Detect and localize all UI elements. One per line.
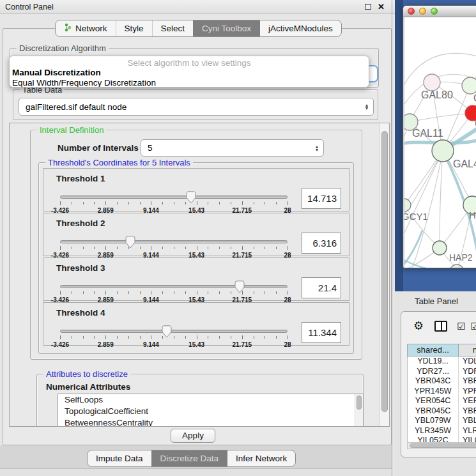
panel-vertical-scrollbar[interactable] [380,123,389,426]
tab-select[interactable]: Select [152,20,194,36]
slider-thumb[interactable] [186,191,196,204]
network-canvas[interactable]: GAL80GACGAL11GAL4GCY1HHAP2 [404,17,476,268]
table-row[interactable]: YBR045CYBR0 [408,406,476,417]
table-row[interactable]: YBL079WYBL0 [408,416,476,426]
tab-label: Cyni Toolbox [202,24,251,33]
slider-thumb[interactable] [162,325,172,338]
slider-tick [254,336,254,339]
threshold-label: Threshold 4 [56,308,105,318]
table-row[interactable]: YLR345WYLR3 [408,426,476,436]
minimize-traffic-light[interactable] [419,8,426,15]
slider-tick [219,202,220,204]
slider-tick-label: 28 [284,341,291,348]
slider-track[interactable] [60,285,288,288]
threshold-slider[interactable]: -3.4262.8599.14415.4321.71528 [60,240,288,256]
slider-tick [94,247,95,249]
slider-tick [197,201,197,205]
table-data-combobox[interactable]: galFiltered.sif default node ▲▼ [19,98,374,116]
panel-scrollbar-thumb[interactable] [381,131,388,412]
discretization-algorithm-label: Discretization Algorithm [17,43,109,53]
tab-style[interactable]: Style [116,20,152,36]
threshold-panel-1: Threshold 1-3.4262.8599.14415.4321.71528… [43,168,349,211]
threshold-value-input[interactable]: 21.4 [302,277,341,298]
table-cell: YPR145W [408,387,459,397]
network-node[interactable] [424,74,440,91]
table-column-header-shared[interactable]: shared... [408,344,459,356]
slider-tick [288,291,288,295]
algorithm-option-manual[interactable]: Manual Discretization [10,68,369,78]
control-panel-tabs: NetworkStyleSelectCyni ToolboxjActiveMNo… [55,20,342,37]
network-node[interactable] [404,199,411,211]
slider-tick-label: 2.859 [98,341,114,348]
attribute-list-item[interactable]: BetweennessCentrality [58,417,363,427]
close-icon[interactable]: ✕ [378,3,385,11]
cyni-toolbox-panel: Discretization Algorithm Select algorith… [3,28,392,445]
tab-infer-network[interactable]: Infer Network [227,450,295,466]
table-row[interactable]: YIL052CYIL0 [408,436,476,442]
bottom-mode-tabs: Impute DataDiscretize DataInfer Network [87,450,296,467]
algorithm-option-equal-width[interactable]: Equal Width/Frequency Discretization [10,78,369,88]
attribute-list-item[interactable]: TopologicalCoefficient [58,406,363,417]
slider-tick [117,336,118,339]
threshold-slider[interactable]: -3.4262.8599.14415.4321.71528 [60,330,288,345]
threshold-panel-3: Threshold 3-3.4262.8599.14415.4321.71528… [43,257,349,301]
close-traffic-light[interactable] [408,8,415,15]
tab-jactivemnodules[interactable]: jActiveMNodules [259,20,341,36]
number-of-intervals-combobox[interactable]: 5 ▲▼ [141,139,324,157]
network-node[interactable] [432,140,454,162]
slider-tick [83,202,84,204]
tab-cyni-toolbox[interactable]: Cyni Toolbox [193,20,259,36]
columns-icon[interactable] [434,321,447,332]
table-row[interactable]: YER054CYER0 [408,396,476,406]
attributes-scrollbar[interactable] [355,394,363,427]
zoom-traffic-light[interactable] [431,8,438,15]
table-panel: ⚙ ☑ ☑ shared...na YDL19...YDL1YDR27...YD… [401,311,476,457]
gear-icon[interactable]: ⚙ [413,320,424,332]
table-hscrollbar-thumb[interactable] [410,443,476,448]
slider-tick [151,201,151,205]
stepper-arrows-icon[interactable]: ▲▼ [362,104,373,110]
table-column-header-name[interactable]: na [459,344,476,356]
slider-tick [60,201,61,205]
slider-tick [140,291,141,294]
threshold-slider[interactable]: -3.4262.8599.14415.4321.71528 [60,196,288,211]
slider-thumb[interactable] [234,280,245,293]
table-row[interactable]: YPR145WYPR1 [408,387,476,397]
attribute-list-item[interactable]: SelfLoops [58,394,363,406]
float-window-icon[interactable] [365,4,371,10]
table-horizontal-scrollbar[interactable] [407,442,476,449]
threshold-label: Threshold 1 [56,174,105,183]
table-row[interactable]: YBR043CYBR0 [408,376,476,387]
slider-tick [288,335,288,339]
select-none-checkbox-icon[interactable]: ☑ [471,321,476,331]
threshold-value-input[interactable]: 14.713 [302,188,341,209]
network-window-titlebar[interactable] [403,6,476,17]
slider-track[interactable] [60,330,288,333]
select-all-checkbox-icon[interactable]: ☑ [457,321,465,331]
slider-track[interactable] [60,240,288,243]
network-node[interactable] [462,77,476,94]
threshold-value-input[interactable]: 11.344 [302,322,341,343]
tab-impute-data[interactable]: Impute Data [88,450,151,466]
table-row[interactable]: YDL19...YDL1 [408,357,476,367]
table-cell: YBL079W [408,416,459,426]
network-node[interactable] [450,265,464,268]
network-node[interactable] [433,241,447,255]
slider-tick [265,247,265,249]
slider-tick [208,291,208,294]
slider-tick [94,336,95,339]
threshold-value-input[interactable]: 6.316 [302,233,341,254]
attributes-scrollbar-thumb[interactable] [357,395,362,410]
slider-track[interactable] [60,196,288,199]
table-panel-toolbar: ⚙ ☑ ☑ [401,312,476,340]
stepper-arrows-icon[interactable]: ▲▼ [312,145,323,151]
slider-tick [140,336,141,339]
tab-label: Network [75,24,107,33]
table-row[interactable]: YDR27...YDR2 [408,367,476,377]
threshold-slider[interactable]: -3.4262.8599.14415.4321.71528 [60,285,288,300]
tab-discretize-data[interactable]: Discretize Data [151,450,227,466]
tab-network[interactable]: Network [56,20,116,36]
numerical-attributes-label: Numerical Attributes [46,382,130,392]
apply-button[interactable]: Apply [171,429,215,443]
slider-thumb[interactable] [125,236,135,249]
